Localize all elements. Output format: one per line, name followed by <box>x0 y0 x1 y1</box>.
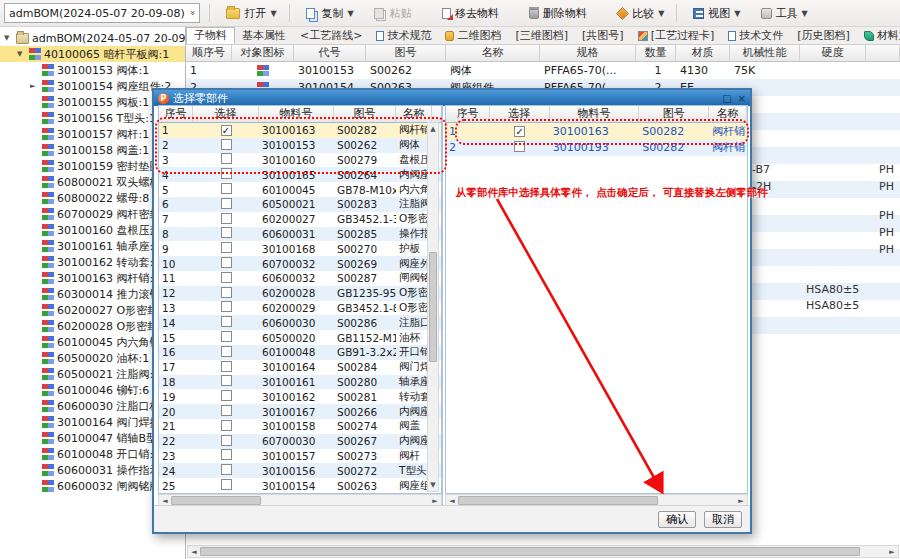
toolbar-button[interactable]: 复制 ▼ <box>295 2 361 24</box>
tab[interactable]: 基本属性 <box>235 27 293 44</box>
column-header[interactable]: 数量 <box>636 45 676 61</box>
table-row[interactable]: 7 60200027 GB3452.1-37.5x3... O形密封 <box>159 212 441 227</box>
checkbox[interactable] <box>221 183 232 194</box>
toolbar-button[interactable]: 视图 ▼ <box>682 2 747 24</box>
toolbar-button-icon <box>374 8 384 19</box>
column-header[interactable]: 名称 <box>446 45 540 61</box>
tree-expander-icon[interactable]: ▼ <box>4 34 13 42</box>
table-row[interactable]: 24 30100156 S00272 T型头 <box>159 463 441 478</box>
checkbox[interactable] <box>221 213 232 224</box>
tree-item[interactable]: 30100153 阀体:1 <box>0 62 185 78</box>
table-row[interactable]: 22 60700030 S00267 内阀座密 <box>159 434 441 449</box>
table-row[interactable]: 1 30100153 S00262 阀体 PFFA65-70(... 1 413… <box>186 62 900 79</box>
checkbox[interactable] <box>221 198 232 209</box>
tab[interactable]: [工艺过程卡] <box>631 27 722 44</box>
table-row[interactable]: 21 30100158 S00274 阀盖 <box>159 419 441 434</box>
table-row[interactable]: 12 60200028 GB1235-95x3.5 O形密封 <box>159 286 441 301</box>
column-header[interactable]: 硬度 <box>800 45 866 61</box>
tab[interactable]: 技术规范 <box>369 27 438 44</box>
tree-item[interactable]: ▼ admBOM(2024-05-07 20-09-08) <box>0 30 185 46</box>
checkbox[interactable] <box>221 361 232 372</box>
tab[interactable]: 技术文件 <box>721 27 790 44</box>
dropdown-arrow-icon: ▼ <box>348 9 354 18</box>
checkbox[interactable] <box>221 272 232 283</box>
checkbox[interactable] <box>221 390 232 401</box>
checkbox[interactable] <box>221 346 232 357</box>
toolbar-button[interactable]: 比较 ▼ <box>606 2 671 24</box>
table-row[interactable]: 16 60100048 GB91-3.2x20 开口销 <box>159 345 441 360</box>
toolbar-button[interactable]: 删除物料 ▼ <box>518 2 604 24</box>
checkbox[interactable] <box>221 301 232 312</box>
checkbox[interactable] <box>221 464 232 475</box>
scrollbar-thumb[interactable] <box>171 496 261 505</box>
checkbox[interactable] <box>221 435 232 446</box>
column-header[interactable]: 图号 <box>366 45 446 61</box>
main-horizontal-scrollbar[interactable]: ◄ ► <box>187 545 899 558</box>
tab[interactable]: 子物料 <box>186 27 235 44</box>
tree-item[interactable]: ▼ 40100065 暗杆平板阀:1 <box>0 46 185 62</box>
column-header[interactable]: 材质 <box>676 45 730 61</box>
tab[interactable]: [共图号] <box>575 27 631 44</box>
table-row[interactable]: 10 60700032 S00269 阀座外密 <box>159 256 441 271</box>
tree-expander-icon[interactable]: ► <box>30 82 39 90</box>
toolbar-button[interactable]: 打开 ▼ <box>215 2 283 24</box>
table-row[interactable]: 15 60500020 GB1152-M10x1 油杯 <box>159 330 441 345</box>
tab-label: 技术规范 <box>387 28 431 43</box>
table-row[interactable]: 14 60600030 S00286 注脂口标 <box>159 315 441 330</box>
scroll-right-icon[interactable]: ► <box>886 546 898 558</box>
toolbar-button[interactable]: 粘贴 ▼ <box>363 2 429 24</box>
column-header[interactable]: 规格 <box>540 45 636 61</box>
toolbar-button[interactable]: 工具 ▼ <box>750 2 815 24</box>
checkbox[interactable] <box>221 449 232 460</box>
tabs-overflow-icon[interactable]: » <box>888 33 898 39</box>
checkbox[interactable] <box>221 420 232 431</box>
bom-version-select[interactable]: admBOM(2024-05-07 20-09-08) » <box>4 3 200 23</box>
toolbar-button-label: 视图 <box>708 6 730 21</box>
table-row[interactable]: 11 60600032 S00287 闸阀铭牌 <box>159 271 441 286</box>
left-table-vertical-scrollbar[interactable]: ▲ ▼ <box>427 122 439 492</box>
column-header[interactable]: 对象图标 <box>232 45 294 61</box>
table-row[interactable]: 17 30100164 S00284 阀门焊接 <box>159 360 441 375</box>
tree-expander-icon[interactable]: ▼ <box>17 50 26 58</box>
table-row[interactable]: 20 30100167 S00266 内阀座定 <box>159 404 441 419</box>
table-row[interactable]: 9 30100168 S00270 护板 <box>159 241 441 256</box>
maximize-icon[interactable]: □ <box>722 93 731 104</box>
column-header[interactable]: 机械性能 <box>730 45 800 61</box>
checkbox[interactable] <box>221 257 232 268</box>
checkbox[interactable] <box>221 242 232 253</box>
table-row[interactable]: 6 60500021 S00283 注脂阀 <box>159 197 441 212</box>
column-header[interactable]: 代号 <box>294 45 366 61</box>
tab[interactable]: [三维图档] <box>508 27 575 44</box>
table-row[interactable]: 13 60200029 GB3452.1-84.5x3... O形密封 <box>159 301 441 316</box>
dialog-titlebar[interactable]: P 选择零部件 □ × <box>154 90 750 106</box>
tab-label: [共图号] <box>582 28 624 43</box>
checkbox[interactable] <box>221 405 232 416</box>
scrollbar-thumb[interactable] <box>200 547 860 556</box>
checkbox[interactable] <box>221 287 232 298</box>
scrollbar-thumb[interactable] <box>458 496 658 505</box>
tab[interactable]: [历史图档] <box>790 27 857 44</box>
part-icon <box>42 320 54 332</box>
checkbox[interactable] <box>221 227 232 238</box>
close-icon[interactable]: × <box>738 93 746 104</box>
table-row[interactable]: 19 30100162 S00281 转动套 <box>159 389 441 404</box>
table-row[interactable]: 23 30100157 S00273 阀杆 <box>159 449 441 464</box>
scroll-down-icon[interactable]: ▼ <box>427 479 439 491</box>
tab[interactable]: 二维图档 <box>438 27 508 44</box>
scrollbar-thumb[interactable] <box>429 252 437 362</box>
tab[interactable]: <工艺路线> <box>293 27 369 44</box>
cancel-button[interactable]: 取消 <box>704 511 742 528</box>
confirm-button[interactable]: 确认 <box>658 511 696 528</box>
table-row[interactable]: 25 30100154 S00263 阀座组件 <box>159 478 441 493</box>
checkbox[interactable] <box>221 479 232 490</box>
table-row[interactable]: 5 60100045 GB78-M10x10 内六角锥 <box>159 182 441 197</box>
checkbox[interactable] <box>221 375 232 386</box>
checkbox[interactable] <box>221 331 232 342</box>
column-header[interactable]: 顺序号 <box>186 45 232 61</box>
toolbar-button[interactable]: 移去物料 ▼ <box>431 2 516 24</box>
table-row[interactable]: 8 60600031 S00285 操作指示 <box>159 227 441 242</box>
toolbar-button-icon <box>442 8 451 19</box>
checkbox[interactable] <box>221 316 232 327</box>
scroll-left-icon[interactable]: ◄ <box>188 546 200 558</box>
table-row[interactable]: 18 30100161 S00280 轴承座 <box>159 375 441 390</box>
